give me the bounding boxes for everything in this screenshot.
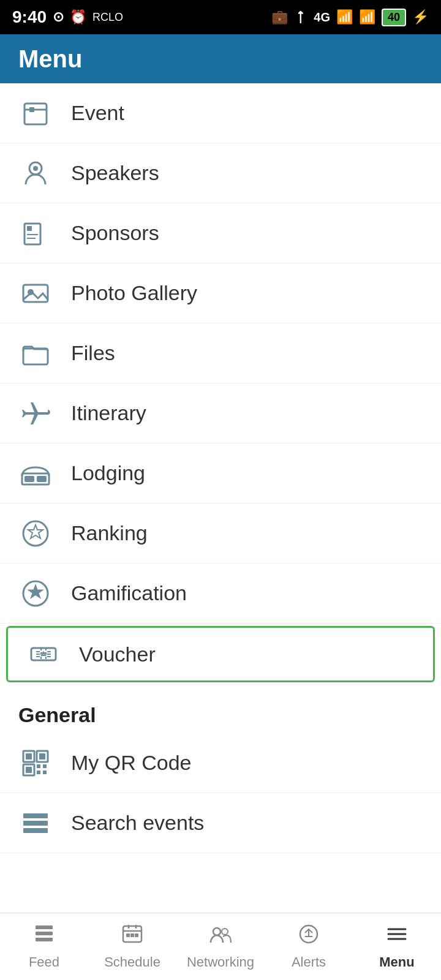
menu-item-event[interactable]: Event — [0, 83, 441, 143]
header: Menu — [0, 34, 441, 83]
nav-label-networking: Networking — [187, 954, 254, 970]
menu-item-photo-gallery[interactable]: Photo Gallery — [0, 263, 441, 323]
svg-rect-25 — [43, 764, 47, 768]
status-time: 9:40 — [12, 7, 47, 27]
search-events-icon — [18, 806, 53, 840]
section-header-general: General — [0, 685, 441, 733]
sponsors-icon — [18, 216, 53, 251]
alarm1-icon: ⊙ — [53, 9, 64, 25]
svg-rect-31 — [36, 925, 53, 929]
menu-label-gamification: Gamification — [71, 581, 187, 605]
svg-rect-39 — [130, 933, 134, 937]
menu-list: Event Speakers Sponsors — [0, 83, 441, 853]
menu-label-photo-gallery: Photo Gallery — [71, 281, 197, 305]
svg-rect-6 — [27, 226, 32, 231]
svg-rect-27 — [43, 771, 47, 774]
status-right: 💼 ⭡ 4G 📶 📶 40 ⚡ — [271, 9, 429, 26]
svg-rect-29 — [23, 821, 48, 826]
event-icon — [18, 96, 53, 130]
menu-item-my-qr-code[interactable]: My QR Code — [0, 733, 441, 793]
svg-rect-32 — [36, 932, 53, 935]
status-left: 9:40 ⊙ ⏰ RCLO — [12, 7, 123, 27]
alerts-nav-icon — [298, 923, 320, 951]
svg-rect-28 — [23, 813, 48, 818]
svg-rect-26 — [37, 771, 40, 774]
briefcase-icon: 💼 — [271, 9, 288, 25]
rcelo-icon: RCLO — [92, 11, 123, 24]
svg-rect-0 — [24, 104, 47, 124]
svg-rect-13 — [24, 476, 34, 482]
wifi-icon: 📶 — [359, 9, 375, 25]
svg-point-42 — [222, 929, 228, 935]
nav-item-menu[interactable]: Menu — [353, 913, 441, 980]
speakers-icon — [18, 156, 53, 190]
menu-label-speakers: Speakers — [71, 161, 159, 185]
menu-item-files[interactable]: Files — [0, 323, 441, 383]
svg-rect-24 — [37, 764, 40, 768]
menu-label-ranking: Ranking — [71, 521, 148, 545]
svg-rect-19 — [26, 753, 32, 760]
menu-item-search-events[interactable]: Search events — [0, 793, 441, 853]
menu-label-voucher: Voucher — [79, 643, 156, 666]
menu-label-my-qr-code: My QR Code — [71, 751, 192, 775]
menu-item-gamification[interactable]: Gamification — [0, 564, 441, 624]
svg-rect-40 — [135, 933, 138, 937]
svg-rect-30 — [23, 828, 48, 833]
menu-item-voucher[interactable]: Voucher — [6, 626, 435, 682]
menu-item-ranking[interactable]: Ranking — [0, 503, 441, 564]
page-title: Menu — [18, 45, 82, 73]
nav-label-feed: Feed — [29, 954, 59, 970]
lodging-icon — [18, 456, 53, 491]
status-bar: 9:40 ⊙ ⏰ RCLO 💼 ⭡ 4G 📶 📶 40 ⚡ — [0, 0, 441, 34]
feed-nav-icon — [33, 923, 55, 951]
nav-label-menu: Menu — [379, 954, 414, 970]
bottom-nav: Feed Schedule Networking — [0, 913, 441, 980]
alarm2-icon: ⏰ — [70, 9, 86, 25]
nav-label-schedule: Schedule — [104, 954, 160, 970]
menu-label-lodging: Lodging — [71, 461, 145, 485]
svg-rect-9 — [23, 285, 48, 302]
menu-label-event: Event — [71, 101, 124, 125]
svg-rect-14 — [37, 476, 47, 482]
voucher-icon — [26, 637, 61, 671]
menu-nav-icon — [386, 923, 408, 951]
nav-item-networking[interactable]: Networking — [176, 913, 265, 980]
menu-item-sponsors[interactable]: Sponsors — [0, 203, 441, 263]
svg-rect-11 — [23, 349, 48, 364]
nav-item-alerts[interactable]: Alerts — [265, 913, 353, 980]
charging-icon: ⚡ — [412, 9, 429, 25]
svg-point-4 — [33, 166, 38, 171]
nav-label-alerts: Alerts — [292, 954, 326, 970]
svg-point-41 — [213, 928, 221, 935]
itinerary-icon — [18, 396, 53, 431]
svg-rect-23 — [26, 767, 32, 773]
menu-item-speakers[interactable]: Speakers — [0, 143, 441, 203]
svg-rect-33 — [36, 938, 53, 941]
bluetooth-icon: ⭡ — [294, 9, 307, 25]
nav-item-schedule[interactable]: Schedule — [88, 913, 176, 980]
photo-gallery-icon — [18, 276, 53, 311]
battery-icon: 40 — [382, 9, 406, 26]
svg-rect-21 — [39, 753, 45, 760]
nav-item-feed[interactable]: Feed — [0, 913, 88, 980]
qr-code-icon — [18, 746, 53, 780]
files-icon — [18, 336, 53, 371]
menu-item-lodging[interactable]: Lodging — [0, 443, 441, 503]
signal-icon: 📶 — [336, 9, 353, 25]
menu-label-sponsors: Sponsors — [71, 221, 159, 245]
ranking-icon — [18, 516, 53, 551]
menu-item-itinerary[interactable]: Itinerary — [0, 383, 441, 443]
svg-rect-38 — [126, 933, 130, 937]
menu-label-search-events: Search events — [71, 811, 204, 835]
menu-label-files: Files — [71, 341, 115, 365]
menu-label-itinerary: Itinerary — [71, 401, 146, 425]
networking-nav-icon — [209, 923, 232, 951]
schedule-nav-icon — [121, 923, 143, 951]
gamification-icon — [18, 576, 53, 611]
4g-icon: 4G — [314, 10, 330, 24]
